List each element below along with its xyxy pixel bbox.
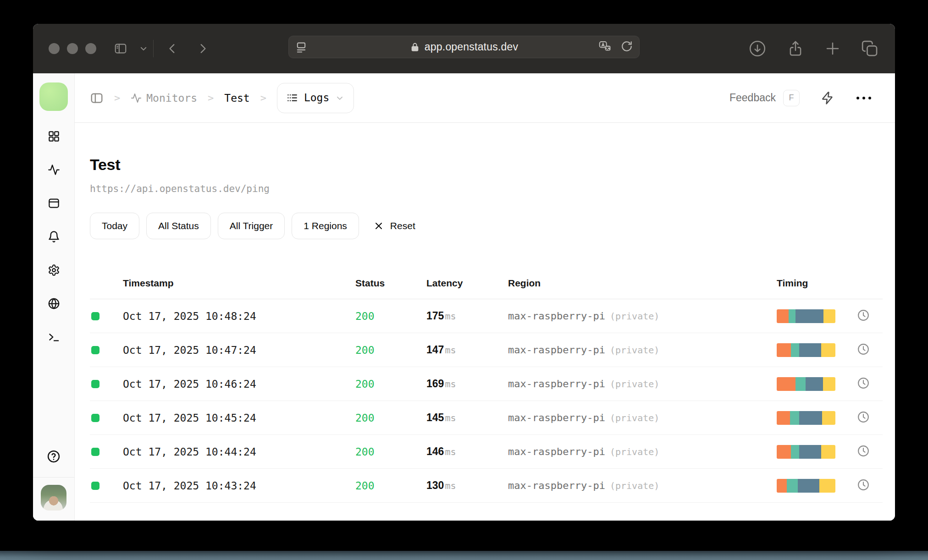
- cell-timing: [777, 411, 883, 425]
- cell-region: max-raspberry-pi(private): [508, 480, 777, 491]
- cell-status: 200: [355, 344, 426, 356]
- app-header: > Monitors > Test >: [75, 73, 895, 123]
- downloads-icon[interactable]: [748, 39, 767, 58]
- url-text: app.openstatus.dev: [425, 41, 518, 53]
- forward-button[interactable]: [197, 43, 209, 55]
- clock-icon: [857, 377, 870, 391]
- timing-segment: [791, 343, 799, 357]
- latency-unit: ms: [445, 412, 456, 423]
- status-indicator: [91, 380, 99, 388]
- window-controls: [49, 43, 96, 54]
- region-visibility-note: (private): [610, 480, 659, 491]
- app-sidebar-toggle-icon[interactable]: [90, 91, 104, 105]
- translate-icon[interactable]: [598, 39, 612, 55]
- help-circle-icon: [47, 450, 61, 463]
- log-row[interactable]: Oct 17, 2025 10:45:24200145msmax-raspber…: [90, 401, 883, 435]
- cell-region: max-raspberry-pi(private): [508, 344, 777, 356]
- sidebar-item-dashboard[interactable]: [48, 130, 60, 143]
- timing-segment: [799, 445, 822, 459]
- timing-segment: [787, 479, 798, 493]
- timing-bar[interactable]: [777, 343, 835, 357]
- breadcrumb-monitors[interactable]: Monitors: [131, 92, 197, 104]
- desktop-wallpaper-edge: [0, 551, 928, 560]
- cell-latency: 169ms: [426, 378, 508, 390]
- timing-bar[interactable]: [777, 377, 835, 391]
- gear-icon: [48, 264, 60, 276]
- status-indicator: [91, 414, 99, 422]
- cell-latency: 147ms: [426, 344, 508, 356]
- status-indicator: [91, 448, 99, 456]
- view-selector-label: Logs: [304, 92, 329, 104]
- region-name: max-raspberry-pi: [508, 412, 605, 423]
- new-tab-icon[interactable]: [824, 40, 841, 57]
- timing-bar[interactable]: [777, 309, 835, 323]
- help-button[interactable]: [47, 450, 61, 463]
- tab-overview-icon[interactable]: [861, 40, 878, 57]
- column-header-region[interactable]: Region: [508, 278, 777, 289]
- filter-trigger-button[interactable]: All Trigger: [218, 213, 285, 239]
- timing-segment: [806, 377, 823, 391]
- latency-unit: ms: [445, 480, 456, 491]
- back-button[interactable]: [166, 43, 178, 55]
- quick-actions-button[interactable]: [821, 91, 834, 105]
- clock-icon: [857, 343, 870, 357]
- log-row[interactable]: Oct 17, 2025 10:48:24200175msmax-raspber…: [90, 299, 883, 333]
- log-row[interactable]: Oct 17, 2025 10:46:24200169msmax-raspber…: [90, 367, 883, 401]
- feedback-button[interactable]: Feedback: [729, 92, 776, 104]
- address-bar[interactable]: app.openstatus.dev: [288, 36, 640, 58]
- timing-segment: [798, 479, 819, 493]
- reset-filters-button[interactable]: Reset: [373, 220, 415, 231]
- log-row[interactable]: Oct 17, 2025 10:44:24200146msmax-raspber…: [90, 435, 883, 469]
- filter-date-button[interactable]: Today: [90, 213, 139, 239]
- latency-unit: ms: [445, 345, 456, 356]
- share-icon[interactable]: [787, 40, 804, 57]
- filter-status-button[interactable]: All Status: [146, 213, 211, 239]
- more-options-button[interactable]: [856, 97, 871, 99]
- timing-segment: [822, 411, 835, 425]
- column-header-latency[interactable]: Latency: [426, 278, 508, 289]
- column-header-timing[interactable]: Timing: [777, 278, 883, 289]
- sidebar-item-status-pages[interactable]: [48, 197, 60, 209]
- minimize-window-button[interactable]: [67, 43, 78, 54]
- log-row[interactable]: Oct 17, 2025 10:43:24200130msmax-raspber…: [90, 469, 883, 503]
- sidebar-item-regions[interactable]: [48, 297, 60, 310]
- view-selector[interactable]: Logs: [277, 83, 354, 113]
- sidebar-chevron-down-icon[interactable]: [139, 44, 148, 53]
- timing-bar[interactable]: [777, 411, 835, 425]
- timing-segment: [795, 309, 823, 323]
- sidebar-item-cli[interactable]: [48, 331, 60, 343]
- screenshot-stage: app.openstatus.dev: [0, 0, 928, 560]
- zoom-window-button[interactable]: [85, 43, 96, 54]
- close-window-button[interactable]: [49, 43, 60, 54]
- log-row[interactable]: Oct 17, 2025 10:47:24200147msmax-raspber…: [90, 333, 883, 367]
- timing-bar[interactable]: [777, 445, 835, 459]
- sidebar-item-notifications[interactable]: [48, 231, 60, 243]
- sidebar-item-monitors[interactable]: [48, 164, 60, 176]
- cell-status: 200: [355, 412, 426, 424]
- timing-bar[interactable]: [777, 479, 835, 493]
- reload-icon[interactable]: [621, 40, 633, 54]
- reader-view-icon[interactable]: [295, 36, 308, 58]
- breadcrumb-monitor-name[interactable]: Test: [224, 92, 249, 104]
- user-avatar[interactable]: [41, 485, 66, 511]
- browser-window: app.openstatus.dev: [33, 24, 895, 521]
- workspace-avatar[interactable]: [39, 82, 68, 111]
- browser-sidebar-toggle-icon[interactable]: [114, 42, 127, 55]
- latency-unit: ms: [445, 311, 456, 322]
- timing-segment: [777, 343, 791, 357]
- timing-segment: [777, 445, 791, 459]
- cell-timestamp: Oct 17, 2025 10:45:24: [123, 412, 355, 424]
- app-sidebar: [33, 73, 75, 521]
- filter-regions-button[interactable]: 1 Regions: [292, 213, 359, 239]
- cell-status: 200: [355, 310, 426, 322]
- monitor-endpoint-url: https://api.openstatus.dev/ping: [90, 183, 883, 194]
- region-visibility-note: (private): [610, 345, 659, 356]
- column-header-timestamp[interactable]: Timestamp: [123, 278, 355, 289]
- bell-icon: [48, 231, 60, 243]
- browser-titlebar: app.openstatus.dev: [33, 24, 895, 73]
- cell-latency: 146ms: [426, 445, 508, 458]
- sidebar-item-settings[interactable]: [48, 264, 60, 276]
- column-header-status[interactable]: Status: [355, 278, 426, 289]
- cell-status: 200: [355, 480, 426, 492]
- status-indicator: [91, 312, 99, 320]
